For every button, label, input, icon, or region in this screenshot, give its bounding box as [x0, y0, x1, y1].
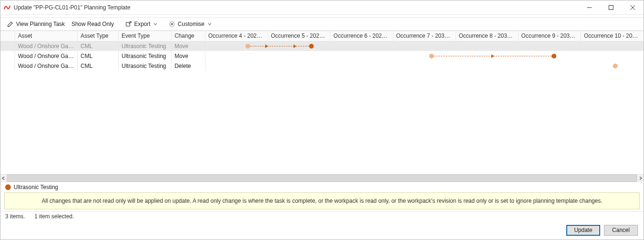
- show-read-only-button[interactable]: Show Read Only: [69, 20, 117, 28]
- status-item-count: 3 items.: [5, 213, 25, 220]
- occurrence-move-line: [250, 46, 309, 46]
- toolbar-label: Customise: [178, 21, 204, 27]
- svg-rect-0: [609, 5, 613, 9]
- gantt-canvas: [205, 51, 644, 61]
- info-banner-text: All changes that are not read only will …: [41, 198, 602, 204]
- minimize-button[interactable]: [579, 0, 600, 14]
- occurrence-marker-original: [245, 44, 250, 49]
- col-occ7[interactable]: Occurrence 7 - 2030…: [393, 31, 456, 41]
- cell-asset: Wood / Onshore Gas …: [15, 51, 78, 61]
- gantt-canvas: [205, 61, 644, 71]
- window-title: Update "PP-PG-CL01-P01" Planning Templat…: [14, 4, 130, 11]
- col-checkbox[interactable]: [0, 31, 15, 41]
- customise-button[interactable]: Customise: [166, 20, 214, 28]
- legend: Ultrasonic Testing: [0, 182, 644, 192]
- update-button[interactable]: Update: [566, 225, 600, 236]
- cell-asset-type: CML: [78, 41, 119, 51]
- chevron-down-icon: [208, 22, 212, 26]
- cell-asset: Wood / Onshore Gas …: [15, 61, 78, 71]
- col-occ10[interactable]: Occurrence 10 - 2033/…: [581, 31, 644, 41]
- toolbar: View Planning Task Show Read Only Export…: [0, 17, 644, 31]
- legend-label: Ultrasonic Testing: [14, 184, 58, 190]
- occurrence-marker-new: [552, 54, 556, 58]
- toolbar-label: View Planning Task: [16, 21, 65, 27]
- scroll-right-icon[interactable]: [639, 176, 643, 180]
- cell-change: Move: [171, 51, 205, 61]
- scrollbar-track[interactable]: [7, 174, 637, 182]
- close-button[interactable]: [622, 0, 644, 14]
- col-occ6[interactable]: Occurrence 6 - 2029…: [330, 31, 393, 41]
- app-icon: [3, 4, 11, 11]
- col-occ4[interactable]: Occurrence 4 - 2027/…: [205, 31, 268, 41]
- export-button[interactable]: Export: [122, 20, 161, 28]
- status-selected-count: 1 item selected.: [34, 213, 74, 220]
- cell-event-type: Ultrasonic Testing: [118, 41, 171, 51]
- cell-event-type: Ultrasonic Testing: [118, 51, 171, 61]
- table-row[interactable]: Wood / Onshore Gas … CML Ultrasonic Test…: [0, 51, 644, 61]
- col-occ5[interactable]: Occurrence 5 - 2028/…: [268, 31, 330, 41]
- status-bar: 3 items. 1 item selected.: [0, 211, 644, 221]
- arrow-icon: [265, 44, 268, 48]
- col-occ9[interactable]: Occurrence 9 - 2032…: [518, 31, 581, 41]
- cell-asset-type: CML: [78, 51, 119, 61]
- occurrence-marker-original: [429, 54, 434, 58]
- arrow-icon: [293, 44, 296, 48]
- svg-rect-1: [126, 23, 130, 26]
- col-occ8[interactable]: Occurrence 8 - 2031…: [456, 31, 518, 41]
- legend-swatch: [5, 184, 11, 190]
- export-icon: [125, 21, 132, 27]
- button-label: Update: [574, 227, 593, 233]
- cell-asset-type: CML: [78, 61, 119, 71]
- svg-point-2: [171, 23, 173, 25]
- scroll-left-icon[interactable]: [1, 176, 5, 180]
- maximize-button[interactable]: [600, 0, 622, 14]
- occurrence-marker-new: [309, 44, 314, 49]
- view-planning-task-button[interactable]: View Planning Task: [4, 20, 68, 28]
- arrow-icon: [491, 54, 494, 58]
- col-change[interactable]: Change: [171, 31, 205, 41]
- cell-asset: Wood / Onshore Gas …: [15, 41, 78, 51]
- window-controls: [579, 0, 644, 14]
- gear-icon: [169, 21, 175, 27]
- changes-table[interactable]: Asset Asset Type Event Type Change Occur…: [0, 31, 644, 71]
- cell-event-type: Ultrasonic Testing: [118, 61, 171, 71]
- toolbar-label: Show Read Only: [72, 21, 114, 27]
- horizontal-scrollbar[interactable]: [0, 174, 644, 182]
- occurrence-marker-delete: [613, 64, 618, 68]
- chevron-down-icon: [154, 22, 157, 26]
- col-asset[interactable]: Asset: [15, 31, 78, 41]
- cancel-button[interactable]: Cancel: [604, 225, 638, 236]
- gantt-cell: [205, 41, 644, 51]
- toolbar-label: Export: [134, 21, 151, 27]
- col-asset-type[interactable]: Asset Type: [78, 31, 119, 41]
- cell-change: Move: [171, 41, 205, 51]
- titlebar: Update "PP-PG-CL01-P01" Planning Templat…: [0, 0, 644, 15]
- changes-grid: Asset Asset Type Event Type Change Occur…: [0, 31, 644, 182]
- app-window: Update "PP-PG-CL01-P01" Planning Templat…: [0, 0, 644, 240]
- gantt-cell: [205, 51, 644, 61]
- table-row[interactable]: Wood / Onshore Gas … CML Ultrasonic Test…: [0, 61, 644, 71]
- table-row[interactable]: Wood / Onshore Gas … CML Ultrasonic Test…: [0, 41, 644, 51]
- dialog-footer: Update Cancel: [0, 221, 644, 240]
- gantt-cell: [205, 61, 644, 71]
- col-event-type[interactable]: Event Type: [118, 31, 171, 41]
- button-label: Cancel: [612, 227, 629, 233]
- info-banner: All changes that are not read only will …: [4, 192, 640, 209]
- header-row: Asset Asset Type Event Type Change Occur…: [0, 31, 644, 41]
- gantt-canvas: [205, 41, 644, 51]
- edit-icon: [7, 21, 14, 27]
- cell-change: Delete: [171, 61, 205, 71]
